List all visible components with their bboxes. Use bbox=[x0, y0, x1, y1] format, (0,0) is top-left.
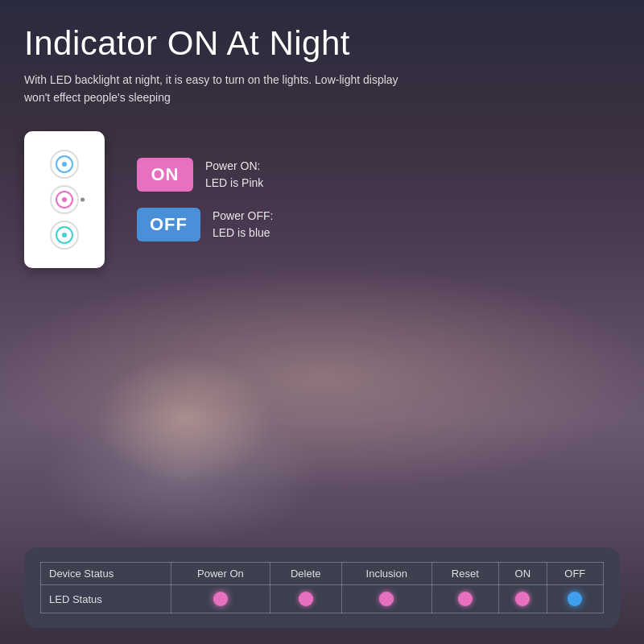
col-header-delete: Delete bbox=[270, 563, 341, 585]
switch-dot-cyan bbox=[62, 233, 67, 237]
col-header-power-on: Power On bbox=[171, 563, 270, 585]
cell-on bbox=[498, 585, 547, 613]
bottom-table-container: Device Status Power On Delete Inclusion … bbox=[24, 547, 620, 628]
cell-inclusion bbox=[341, 585, 431, 613]
off-status-row: OFF Power OFF: LED is blue bbox=[137, 208, 273, 242]
switch-ring-cyan bbox=[56, 226, 73, 244]
led-dot-off bbox=[568, 592, 582, 606]
col-header-reset: Reset bbox=[431, 563, 498, 585]
main-content: Indicator ON At Night With LED backlight… bbox=[0, 0, 644, 300]
table-wrapper: Device Status Power On Delete Inclusion … bbox=[24, 547, 620, 628]
on-status-line1: Power ON: bbox=[205, 158, 263, 175]
col-header-device-status: Device Status bbox=[41, 563, 171, 585]
led-dot-on bbox=[515, 592, 530, 606]
table-header-row: Device Status Power On Delete Inclusion … bbox=[41, 563, 604, 585]
col-header-inclusion: Inclusion bbox=[341, 563, 431, 585]
on-status-text: Power ON: LED is Pink bbox=[205, 158, 263, 192]
switch-dot-pink bbox=[62, 197, 67, 202]
col-header-on: ON bbox=[498, 563, 547, 585]
led-dot-power-on bbox=[213, 592, 228, 606]
switch-ring-pink bbox=[56, 191, 73, 208]
table-row: LED Status bbox=[41, 585, 604, 613]
led-dot-reset bbox=[458, 592, 473, 606]
switch-dot-blue bbox=[62, 162, 67, 167]
switch-button-top bbox=[50, 150, 79, 179]
cell-off bbox=[547, 585, 603, 613]
led-dot-delete bbox=[299, 592, 313, 606]
page-subtitle: With LED backlight at night, it is easy … bbox=[24, 71, 427, 107]
switch-side-dot bbox=[80, 197, 85, 201]
off-badge: OFF bbox=[137, 208, 200, 242]
status-info: ON Power ON: LED is Pink OFF Power OFF: … bbox=[137, 158, 273, 242]
middle-section: ON Power ON: LED is Pink OFF Power OFF: … bbox=[24, 131, 620, 268]
face-glow bbox=[97, 354, 274, 483]
on-status-line2: LED is Pink bbox=[205, 175, 263, 192]
switch-button-bottom bbox=[50, 221, 79, 250]
switch-device bbox=[24, 131, 105, 268]
switch-button-mid bbox=[50, 185, 79, 214]
cell-power-on bbox=[171, 585, 270, 613]
page-title: Indicator ON At Night bbox=[24, 24, 620, 63]
col-header-off: OFF bbox=[547, 563, 603, 585]
cell-delete bbox=[270, 585, 341, 613]
row-label-led: LED Status bbox=[41, 585, 171, 613]
off-status-line1: Power OFF: bbox=[213, 208, 273, 225]
on-status-row: ON Power ON: LED is Pink bbox=[137, 158, 273, 192]
off-status-line2: LED is blue bbox=[213, 225, 273, 242]
status-table: Device Status Power On Delete Inclusion … bbox=[40, 562, 604, 613]
led-dot-inclusion bbox=[379, 592, 394, 606]
cell-reset bbox=[431, 585, 498, 613]
off-status-text: Power OFF: LED is blue bbox=[213, 208, 273, 242]
on-badge: ON bbox=[137, 158, 193, 192]
switch-ring-blue bbox=[56, 155, 73, 173]
